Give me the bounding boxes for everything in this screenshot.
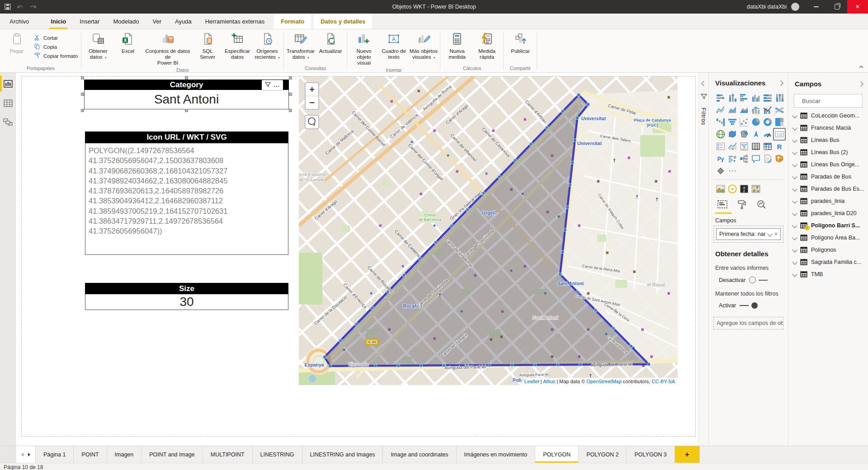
- undo-icon[interactable]: [16, 3, 24, 11]
- polygon-edit-handle[interactable]: [559, 273, 561, 276]
- report-view-button[interactable]: [0, 76, 16, 92]
- scroll-tabs-right-icon[interactable]: [28, 453, 30, 456]
- visual-type-card-icon[interactable]: 123: [773, 128, 786, 141]
- menu-tab-modelado[interactable]: Modelado: [106, 14, 146, 29]
- polygon-edit-handle[interactable]: [498, 175, 500, 178]
- remove-field-icon[interactable]: ×: [774, 231, 778, 237]
- close-button[interactable]: ×: [847, 0, 868, 14]
- avatar[interactable]: [791, 3, 799, 11]
- filter-icon[interactable]: [265, 81, 271, 89]
- visual-type-shape-map-icon[interactable]: [738, 128, 750, 141]
- visual-type-map-icon[interactable]: [714, 128, 727, 141]
- keep-filters-toggle[interactable]: Activar: [719, 302, 788, 309]
- menu-tab-archivo[interactable]: Archivo: [3, 14, 36, 29]
- contextual-tab-datos-y-detalles[interactable]: Datos y detalles: [314, 14, 372, 29]
- map-zoom-in-button[interactable]: +: [306, 83, 318, 96]
- visual-type-custom-image-visual-icon[interactable]: [714, 183, 727, 195]
- visual-type-key-influencers-icon[interactable]: [726, 152, 739, 165]
- report-canvas[interactable]: Category Sant Antoni ... Icon URL / WKT …: [16, 73, 698, 446]
- polygon-edit-handle[interactable]: [566, 206, 569, 209]
- menu-tab-insertar[interactable]: Insertar: [73, 14, 106, 29]
- page-tab-linestring-and-images[interactable]: LINESTRING and Images: [302, 446, 383, 463]
- filters-pane-label[interactable]: Filtros: [700, 108, 707, 125]
- visual-type-waterfall-chart-icon[interactable]: [714, 116, 727, 128]
- page-tab-im-genes-en-movimiento[interactable]: Imágenes en movimiento: [457, 446, 536, 463]
- osm-link[interactable]: OpenStreetMap: [586, 379, 622, 384]
- or-genes-recientes-button[interactable]: Orígenesrecientes ▾: [252, 31, 282, 61]
- expand-table-icon[interactable]: [792, 125, 797, 130]
- polygon-edit-handle[interactable]: [571, 161, 574, 164]
- table-item-sagrada-familia-c-[interactable]: Sagrada Familia c...: [788, 256, 868, 268]
- search-box[interactable]: [794, 94, 863, 108]
- nueva-medida-button[interactable]: Nuevamedida: [442, 31, 472, 61]
- fields-tab-icon[interactable]: [717, 199, 728, 211]
- table-item-paradas-de-bus-es-[interactable]: Paradas de Bus Es...: [788, 183, 868, 195]
- visual-type-kpi-icon[interactable]: [726, 140, 739, 153]
- selection-handle[interactable]: [289, 109, 292, 112]
- visual-type-text-filter-icon[interactable]: AZ: [738, 183, 750, 195]
- visual-type-metrics-icon[interactable]: [714, 164, 727, 177]
- table-item-colecci-n-geom-[interactable]: CoLección Geom...: [788, 109, 868, 122]
- analytics-tab-icon[interactable]: [756, 199, 767, 211]
- visual-type-line-chart-icon[interactable]: [714, 103, 727, 116]
- page-tab-multipoint[interactable]: MULTIPOINT: [203, 446, 253, 463]
- visual-type-100-stacked-column-chart-icon[interactable]: [773, 91, 786, 104]
- polygon-edit-handle[interactable]: [323, 356, 326, 358]
- collapse-visualizations-icon[interactable]: [778, 80, 783, 85]
- visual-type-table-icon[interactable]: [750, 140, 762, 153]
- add-drillthrough-fields-well[interactable]: Agregue los campos de ob...: [713, 317, 783, 329]
- expand-table-icon[interactable]: [792, 198, 797, 203]
- visual-type-100-stacked-bar-chart-icon[interactable]: [761, 91, 774, 104]
- visual-type-azure-map-icon[interactable]: [750, 128, 762, 141]
- cross-report-toggle[interactable]: Desactivar: [719, 277, 788, 283]
- page-tab-imagen[interactable]: Imagen: [107, 446, 142, 463]
- table-item-pol-gono-rea-ba-[interactable]: Polígono Área Ba...: [788, 231, 868, 244]
- visual-type-donut-chart-icon[interactable]: [761, 116, 774, 128]
- polygon-edit-handle[interactable]: [420, 364, 422, 367]
- medida-r-pida-button[interactable]: Medidarápida: [472, 31, 502, 61]
- cortar-button[interactable]: Cortar: [32, 33, 80, 42]
- menu-tab-ver[interactable]: Ver: [146, 14, 169, 29]
- menu-tab-herramientas-externas[interactable]: Herramientas externas: [198, 14, 272, 29]
- osm-map[interactable]: †††††UniversitatUniversitatUrgellRocafor…: [299, 76, 678, 385]
- visual-type-pie-chart-icon[interactable]: [750, 116, 762, 128]
- menu-tab-inicio[interactable]: Inicio: [44, 14, 73, 29]
- visual-type-filled-map-icon[interactable]: [726, 128, 739, 141]
- selection-handle[interactable]: [81, 109, 84, 112]
- redo-icon[interactable]: [29, 3, 37, 11]
- collapse-ribbon-icon[interactable]: [858, 64, 864, 70]
- visual-type-multi-row-card-icon[interactable]: [714, 140, 727, 153]
- polygon-edit-handle[interactable]: [402, 274, 405, 277]
- restore-button[interactable]: [826, 0, 847, 14]
- polygon-edit-handle[interactable]: [573, 139, 576, 141]
- page-tab-p-gina-1[interactable]: Página 1: [36, 446, 74, 463]
- polygon-edit-handle[interactable]: [556, 363, 559, 366]
- selection-handle[interactable]: [81, 76, 84, 80]
- polygon-edit-handle[interactable]: [564, 228, 566, 231]
- selection-handle[interactable]: [289, 76, 292, 80]
- page-tab-image-and-coordinates[interactable]: Image and coordinates: [383, 446, 456, 463]
- expand-table-icon[interactable]: [792, 259, 797, 264]
- category-card-visual[interactable]: Category Sant Antoni: [84, 80, 289, 109]
- collapse-fields-icon[interactable]: [858, 81, 863, 86]
- expand-table-icon[interactable]: [792, 235, 797, 240]
- polygon-edit-handle[interactable]: [514, 159, 516, 162]
- visual-type-arcgis-icon[interactable]: [773, 152, 786, 165]
- new-page-button[interactable]: +: [675, 446, 700, 463]
- visual-type-r-script-icon[interactable]: R: [773, 140, 786, 153]
- page-tab-point-and-image[interactable]: POINT and Image: [142, 446, 203, 463]
- page-tab-polygon-3[interactable]: POLYGON 3: [627, 446, 675, 463]
- polygon-edit-handle[interactable]: [329, 365, 331, 367]
- expand-table-icon[interactable]: [792, 223, 797, 228]
- copiar-formato-button[interactable]: Copiar formato: [32, 52, 80, 61]
- polygon-edit-handle[interactable]: [511, 364, 514, 367]
- leaflet-link[interactable]: Leaflet: [524, 379, 539, 384]
- expand-table-icon[interactable]: [792, 186, 797, 191]
- visual-type-python-icon[interactable]: Py: [714, 152, 727, 165]
- scroll-tabs-left-icon[interactable]: [21, 453, 24, 456]
- selection-handle[interactable]: [185, 109, 188, 112]
- expand-table-icon[interactable]: [792, 137, 797, 142]
- table-item-pol-gonos[interactable]: Polígonos: [788, 244, 868, 256]
- polygon-edit-handle[interactable]: [561, 250, 564, 253]
- transformar-datos-button[interactable]: Transformardatos ▾: [286, 31, 316, 61]
